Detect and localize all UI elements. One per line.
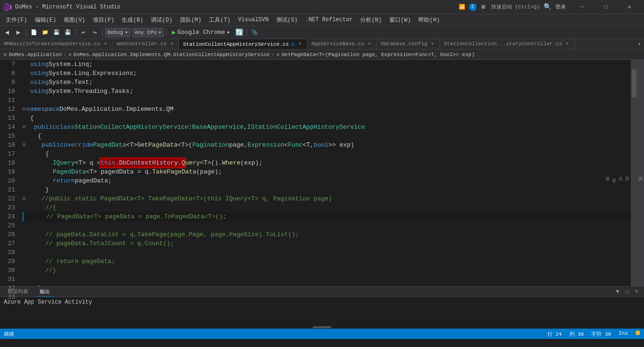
attach-btn[interactable]: 📎 (249, 27, 260, 38)
output-panel: 错误列表 输出 ▼ □ × Azure App Service Activity (0, 286, 644, 329)
menu-test[interactable]: 测试(S) (272, 14, 302, 25)
breadcrumb-icon: ⊞ (4, 51, 7, 58)
breadcrumb-class[interactable]: DoMes.Application.Implements.QM.StationC… (74, 52, 270, 58)
new-btn[interactable]: 📄 (29, 27, 39, 38)
forward-btn[interactable]: ▶ (13, 27, 24, 38)
breadcrumb-method[interactable]: GetPageData<T>(Pagination page, Expressi… (281, 52, 474, 58)
login-text[interactable]: 登录 (555, 3, 566, 10)
editor-tab-bar: MMBasicInformationAppService.cs × WebCon… (0, 39, 644, 50)
tab-close-appservicebase[interactable]: × (366, 41, 372, 47)
code-line-12: ⊟namespace DoMes.Application.Implements.… (23, 105, 631, 114)
tab-stationcollect[interactable]: StationCollectAppHistoryService.cs ⊙ × (179, 39, 307, 49)
code-line-23: //{ (23, 203, 631, 212)
breadcrumb-icon3: ⊕ (277, 51, 280, 58)
menu-window[interactable]: 窗口(W) (386, 14, 415, 25)
ln-20: 20 (0, 176, 15, 185)
output-controls: ▼ □ × (614, 288, 640, 296)
collapse-22[interactable]: ⊟ (23, 194, 25, 203)
tab-close-database-config[interactable]: × (429, 41, 436, 47)
status-col[interactable]: 列 38 (570, 330, 584, 338)
undo-btn[interactable]: ↩ (78, 27, 89, 38)
output-content: Azure App Service Activity (0, 297, 644, 325)
editor-main: 7 8 9 10 11 12 13 14 15 16 17 18 19 20 2… (0, 60, 644, 286)
breadcrumb-namespace[interactable]: DoMes.Application (9, 52, 62, 58)
status-line[interactable]: 行 24 (547, 330, 562, 338)
status-bar: 就绪 行 24 列 38 字符 38 Ins (0, 329, 644, 339)
status-ins[interactable]: Ins (619, 330, 628, 338)
monitor-icon: 🖥 (480, 4, 486, 10)
collapse-14[interactable]: ⊟ (23, 123, 25, 132)
menu-build[interactable]: 生成(B) (118, 14, 147, 25)
menu-help[interactable]: 帮助(H) (414, 14, 444, 25)
menu-file[interactable]: 文件(F) (2, 14, 31, 25)
tab-appservicebase[interactable]: AppServiceBase.cs × (307, 39, 377, 49)
code-line-17: { (23, 149, 631, 158)
tab-label-appservicebase: AppServiceBase.cs (311, 41, 364, 47)
output-float-btn[interactable]: □ (623, 288, 631, 296)
tab-close-stationcollect[interactable]: × (297, 41, 303, 48)
output-panel-header: 错误列表 输出 ▼ □ × (0, 287, 644, 297)
ln-8: 8 (0, 69, 15, 78)
collapse-16[interactable]: ⊟ (23, 140, 25, 149)
right-side-bar: 调 用 层 次 资 源 (637, 60, 644, 286)
editor-scrollbar[interactable] (631, 60, 637, 286)
output-tab-output[interactable]: 输出 (36, 287, 54, 297)
notification-badge[interactable]: 2 (469, 3, 477, 11)
code-line-32: } (23, 284, 631, 286)
tab-close-webcontroller[interactable]: × (168, 41, 175, 47)
code-line-28 (23, 248, 631, 257)
tab-webcontroller[interactable]: WebController.cs × (113, 39, 180, 49)
tab-stationcollectioncontroller[interactable]: StationCollection...storyController.cs × (440, 39, 575, 49)
output-tab-errors[interactable]: 错误列表 (4, 287, 32, 296)
save-btn[interactable]: 💾 (51, 27, 62, 38)
ln-26: 26 (0, 230, 15, 239)
collapse-12[interactable]: ⊟ (23, 105, 25, 114)
code-line-9: using System.Text; (23, 78, 631, 87)
code-editor[interactable]: using System.Linq; using System.Linq.Exp… (19, 60, 631, 286)
code-line-31 (23, 275, 631, 284)
search-icon[interactable]: 🔍 (544, 3, 552, 11)
tab-overflow-button[interactable]: ▾ (635, 39, 644, 49)
status-ready: 就绪 (4, 330, 14, 338)
tab-mmbasic[interactable]: MMBasicInformationAppService.cs × (0, 39, 113, 49)
save-all-btn[interactable]: 💾 (63, 27, 73, 38)
output-close-btn[interactable]: × (633, 288, 640, 296)
quick-launch[interactable]: 快速启动 (Ctrl+Q) (491, 3, 540, 10)
menu-visualsvn[interactable]: VisualSVN (234, 14, 272, 25)
redo-btn[interactable]: ↪ (90, 27, 100, 38)
menu-reflector[interactable]: .NET Reflector (301, 14, 356, 25)
breadcrumb-sep2: ▸ (272, 51, 275, 58)
ln-23: 23 (0, 203, 15, 212)
code-line-7: using System.Linq; (23, 60, 631, 69)
breadcrumb: ⊞ DoMes.Application ▸ ⊛ DoMes.Applicatio… (0, 50, 644, 60)
menu-view[interactable]: 视图(V) (60, 14, 89, 25)
menu-tools[interactable]: 工具(T) (205, 14, 234, 25)
menu-project[interactable]: 项目(P) (89, 14, 118, 25)
tab-database-config[interactable]: database.config × (377, 39, 440, 49)
status-dot (636, 330, 640, 335)
ln-16: 16 (0, 140, 15, 149)
minimize-button[interactable]: ─ (571, 0, 593, 14)
back-btn[interactable]: ◀ (2, 27, 12, 38)
maximize-button[interactable]: □ (595, 0, 617, 14)
status-char[interactable]: 字符 38 (591, 330, 611, 338)
code-line-10: using System.Threading.Tasks; (23, 87, 631, 96)
menu-debug[interactable]: 调试(D) (147, 14, 176, 25)
ln-13: 13 (0, 114, 15, 123)
refresh-btn[interactable]: 🔄 (234, 27, 244, 38)
menu-analyze[interactable]: 分析(N) (356, 14, 386, 25)
run-button[interactable]: ▶ Google Chrome ▾ (169, 27, 233, 37)
breadcrumb-icon2: ⊛ (68, 51, 72, 58)
close-button[interactable]: ✕ (619, 0, 640, 14)
tab-close-stationcollectioncontroller[interactable]: × (564, 41, 570, 47)
output-hide-btn[interactable]: ▼ (614, 288, 621, 296)
menu-team[interactable]: 团队(M) (176, 14, 206, 25)
config-dropdown[interactable]: Debug ▾ (105, 28, 131, 37)
platform-dropdown[interactable]: Any CPU ▾ (132, 28, 164, 37)
open-btn[interactable]: 📁 (40, 27, 50, 38)
tab-close-mmbasic[interactable]: × (102, 41, 109, 47)
ln-27: 27 (0, 239, 15, 248)
menu-edit[interactable]: 编辑(E) (31, 14, 60, 25)
breadcrumb-sep1: ▸ (64, 51, 67, 58)
ln-17: 17 (0, 149, 15, 158)
